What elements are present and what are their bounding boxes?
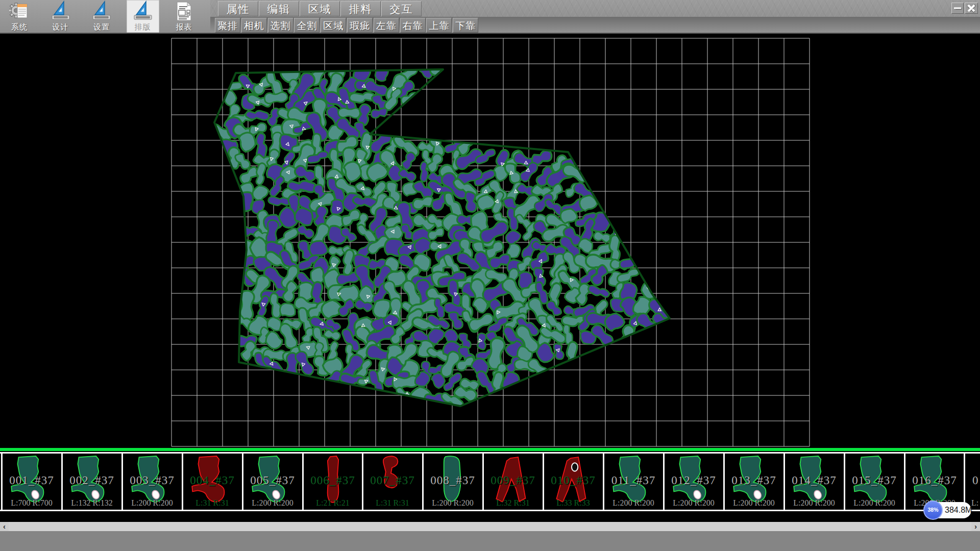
strip-border — [362, 453, 363, 510]
thumbnail-id-label: 008_#37 — [424, 474, 481, 487]
nav-button-label: 报表 — [167, 22, 200, 32]
strip-border — [1, 453, 3, 510]
thumbnail-id-label: 002_#37 — [63, 474, 120, 487]
thumbnail-006_#37[interactable]: 006_#37L:21 R:21 — [304, 455, 361, 509]
progress-badge: 384.8M 38% — [923, 500, 974, 520]
thumbnail-lr-label: L:200 R:200 — [665, 498, 722, 508]
scrollbar-right-arrow[interactable]: › — [971, 522, 980, 531]
tab-properties[interactable]: 属性 — [218, 1, 258, 16]
tool-button-region[interactable]: 区域 — [321, 18, 346, 33]
nav-button-report[interactable]: 报表 — [167, 0, 200, 33]
minimize-icon — [954, 8, 961, 9]
strip-border — [61, 453, 63, 510]
strip-border — [482, 453, 484, 510]
thumbnail-lr-label: L:32 R:31 — [484, 498, 542, 508]
nav-button-label: 系统 — [3, 22, 36, 32]
thumbnail-id-label: 005_#37 — [244, 474, 301, 487]
thumbnail-005_#37[interactable]: 005_#37L:200 R:200 — [244, 455, 301, 509]
thumbnail-lr-label: L:200 R:200 — [605, 498, 662, 508]
strip-border — [0, 452, 980, 454]
thumbnail-id-label: 001_#37 — [3, 474, 60, 487]
thumbnail-001_#37[interactable]: 001_#37L:700 R:700 — [3, 455, 60, 509]
report-document-icon — [174, 1, 194, 24]
tab-nesting[interactable]: 排料 — [340, 1, 381, 16]
nav-button-system[interactable]: 系统 — [3, 0, 36, 33]
strip-border — [844, 453, 845, 510]
nav-button-label: 设计 — [44, 22, 77, 32]
minimize-button[interactable] — [951, 3, 964, 14]
thumbnail-id-label: 014_#37 — [786, 474, 843, 487]
nav-button-settings[interactable]: 设置 — [85, 0, 118, 33]
piece — [279, 303, 296, 317]
thumbnail-013_#37[interactable]: 013_#37L:200 R:200 — [725, 455, 782, 509]
set-square-icon — [91, 1, 112, 24]
thumbnail-id-label: 0 — [966, 474, 980, 487]
tool-button-cluster-nest[interactable]: 聚排 — [215, 18, 240, 33]
thumbnail-lr-label: L:200 R:200 — [846, 498, 903, 508]
strip-border — [302, 453, 304, 510]
thumbnail-015_#37[interactable]: 015_#37L:200 R:200 — [846, 455, 903, 509]
thumbnail-014_#37[interactable]: 014_#37L:200 R:200 — [786, 455, 843, 509]
thumbnail-010_#37[interactable]: 010_#37L:33 R:33 — [545, 455, 602, 509]
strip-border — [904, 453, 905, 510]
strip-border — [543, 453, 544, 510]
horizontal-scrollbar[interactable]: ‹ › — [0, 522, 980, 531]
tool-button-defect[interactable]: 瑕疵 — [347, 18, 373, 33]
nav-button-label: 设置 — [85, 22, 118, 32]
piece — [264, 92, 288, 104]
thumbnail-lr-label: L:200 R:200 — [244, 498, 301, 508]
strip-border — [663, 453, 665, 510]
tab-interaction[interactable]: 交互 — [381, 1, 422, 16]
strip-border — [723, 453, 725, 510]
memory-label: 384.8M — [945, 502, 971, 518]
strip-border — [121, 453, 123, 510]
strip-border — [603, 453, 604, 510]
tool-button-align-bottom[interactable]: 下靠 — [453, 18, 478, 33]
thumbnail-007_#37[interactable]: 007_#37L:31 R:31 — [364, 455, 421, 509]
tool-button-align-right[interactable]: 右靠 — [400, 18, 426, 33]
thumbnail-lr-label: L:21 R:21 — [304, 498, 361, 508]
thumbnail-lr-label: L:132 R:132 — [63, 498, 120, 508]
nav-button-design[interactable]: 设计 — [44, 0, 77, 33]
thumbnail-011_#37[interactable]: 011_#37L:200 R:200 — [605, 455, 662, 509]
thumbnail-id-label: 004_#37 — [184, 474, 241, 487]
strip-border — [422, 453, 424, 510]
thumbnail-004_#37[interactable]: 004_#37L:31 R:31 — [184, 455, 241, 509]
tool-button-align-left[interactable]: 左靠 — [374, 18, 399, 33]
main-toolbar: 系统设计设置排版报表 属性编辑区域排料交互 聚排相机选割全割区域瑕疵左靠右靠上靠… — [0, 0, 980, 34]
nav-button-layout[interactable]: 排版 — [127, 0, 159, 33]
thumbnail-lr-label: L:31 R:31 — [364, 498, 421, 508]
thumbnail-id-label: 007_#37 — [364, 474, 421, 487]
thumbnail-id-label: 015_#37 — [846, 474, 903, 487]
tool-button-cut-all[interactable]: 全割 — [294, 18, 320, 33]
thumbnail-008_#37[interactable]: 008_#37L:200 R:200 — [424, 455, 481, 509]
thumbnail-012_#37[interactable]: 012_#37L:200 R:200 — [665, 455, 722, 509]
thumbnail-lr-label: L:700 R:700 — [3, 498, 60, 508]
thumbnail-id-label: 006_#37 — [304, 474, 361, 487]
tab-region[interactable]: 区域 — [300, 1, 340, 16]
scrollbar-left-arrow[interactable]: ‹ — [0, 522, 9, 531]
thumbnail-lr-label: L:200 R:200 — [124, 498, 181, 508]
tool-button-align-top[interactable]: 上靠 — [426, 18, 452, 33]
nav-button-label: 排版 — [127, 22, 159, 32]
thumbnail-id-label: 011_#37 — [605, 474, 662, 487]
piece-thumbnail-strip: 001_#37L:700 R:700002_#37L:132 R:132003_… — [0, 452, 980, 512]
close-button[interactable] — [965, 3, 978, 14]
strip-separator — [0, 448, 980, 451]
thumbnail-003_#37[interactable]: 003_#37L:200 R:200 — [124, 455, 181, 509]
thumbnail-id-label: 012_#37 — [665, 474, 722, 487]
percent-circle: 38% — [923, 500, 943, 520]
thumbnail-lr-label: L:31 R:31 — [184, 498, 241, 508]
strip-border — [242, 453, 243, 510]
tool-button-camera[interactable]: 相机 — [241, 18, 267, 33]
nesting-canvas[interactable] — [0, 34, 980, 448]
gear-calendar-icon — [9, 1, 30, 24]
thumbnail-009_#37[interactable]: 009_#37L:32 R:31 — [484, 455, 542, 509]
tool-button-select-cut[interactable]: 选割 — [268, 18, 293, 33]
thumbnail-002_#37[interactable]: 002_#37L:132 R:132 — [63, 455, 120, 509]
tab-edit[interactable]: 编辑 — [259, 1, 299, 16]
thumbnail-lr-label: L:33 R:33 — [545, 498, 602, 508]
thumbnail-id-label: 010_#37 — [545, 474, 602, 487]
set-square-icon — [133, 1, 153, 24]
thumbnail-id-label: 016_#37 — [906, 474, 963, 487]
